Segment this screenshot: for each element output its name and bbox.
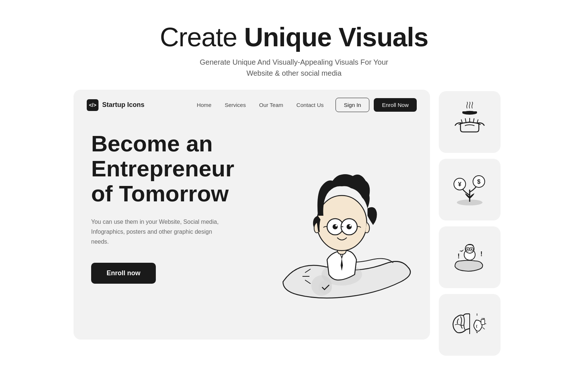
svg-point-7 (336, 225, 337, 227)
main-layout: </> Startup Icons Home Services Our Team… (74, 90, 514, 356)
brain-idea-icon (449, 305, 490, 345)
svg-point-13 (319, 281, 332, 294)
brand-name: Startup Icons (102, 101, 144, 109)
subtitle: Generate Unique And Visually-Appealing V… (160, 57, 428, 79)
nav-our-team[interactable]: Our Team (259, 102, 283, 108)
svg-rect-15 (462, 111, 477, 113)
icon-card-brain-idea (439, 294, 501, 356)
hero-illustration (254, 128, 415, 319)
icon-card-support: ! ! (439, 226, 501, 288)
svg-rect-38 (481, 319, 485, 324)
main-title: Create Unique Visuals (160, 22, 428, 52)
nav-links: Home Services Our Team Contact Us (197, 102, 323, 108)
nav-services[interactable]: Services (225, 102, 246, 108)
icon-card-money-growth: ¥ $ (439, 159, 501, 220)
enroll-hero-button[interactable]: Enroll now (91, 263, 156, 284)
svg-text:$: $ (477, 179, 481, 185)
brand-icon: </> (87, 99, 98, 111)
svg-point-6 (347, 224, 352, 229)
nav-buttons: Sign In Enroll Now (336, 98, 417, 112)
handshake-icon (449, 102, 490, 142)
support-icon: ! ! (449, 237, 490, 277)
brand: </> Startup Icons (87, 99, 144, 111)
hero-section: Become an Entrepreneur of Tomorrow You c… (74, 120, 430, 319)
website-preview-card: </> Startup Icons Home Services Our Team… (74, 90, 430, 340)
navbar: </> Startup Icons Home Services Our Team… (74, 90, 430, 120)
svg-point-8 (349, 225, 351, 227)
svg-point-5 (333, 224, 338, 229)
hero-text: Become an Entrepreneur of Tomorrow You c… (91, 131, 253, 284)
page-heading: Create Unique Visuals Generate Unique An… (160, 22, 428, 79)
svg-point-26 (471, 248, 472, 250)
svg-text:!: ! (458, 252, 460, 260)
hero-title: Become an Entrepreneur of Tomorrow (91, 131, 253, 207)
nav-contact[interactable]: Contact Us (297, 102, 324, 108)
svg-text:¥: ¥ (458, 181, 462, 187)
svg-line-36 (483, 327, 485, 329)
hero-description: You can use them in your Website, Social… (91, 217, 223, 247)
enroll-now-button[interactable]: Enroll Now (374, 98, 417, 112)
svg-text:!: ! (480, 250, 483, 258)
svg-point-25 (467, 248, 469, 250)
icon-card-handshake (439, 91, 501, 153)
signin-button[interactable]: Sign In (336, 98, 370, 112)
side-icon-cards: ¥ $ (439, 91, 501, 356)
person-illustration (254, 128, 415, 319)
nav-home[interactable]: Home (197, 102, 211, 108)
money-growth-icon: ¥ $ (449, 169, 490, 210)
